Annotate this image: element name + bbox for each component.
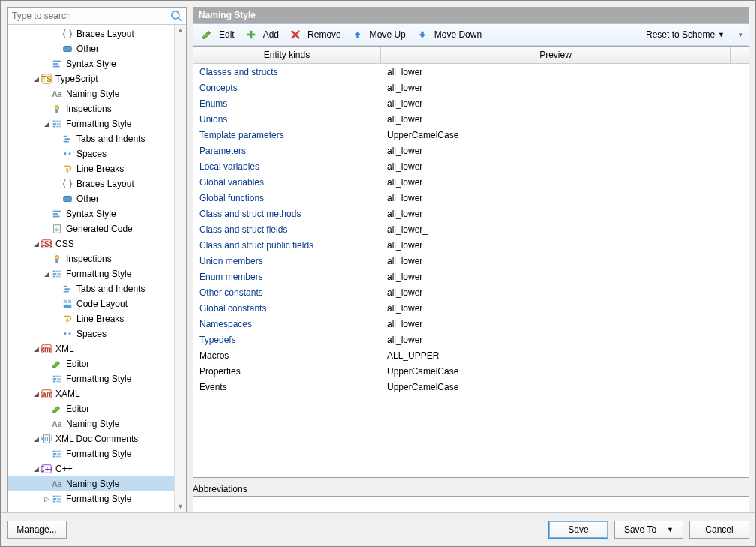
twisty-icon[interactable] [42,89,51,98]
move-up-button[interactable]: Move Up [350,27,407,42]
tree-item[interactable]: Formatting Style [8,446,186,461]
tree-item[interactable]: ◢CSSCSS [8,236,186,251]
tree-item[interactable]: Braces Layout [8,176,186,191]
table-row[interactable]: Classes and structsall_lower [194,64,748,80]
twisty-icon[interactable]: ◢ [32,389,40,398]
twisty-icon[interactable]: ◢ [32,434,40,443]
tree-item[interactable]: ◢xamlXAML [8,386,186,401]
cancel-button[interactable]: Cancel [689,521,749,539]
cell-entity-kind[interactable]: Macros [194,349,381,362]
twisty-icon[interactable] [42,374,51,383]
cell-entity-kind[interactable]: Unions [194,113,381,126]
cell-entity-kind[interactable]: Parameters [194,144,381,158]
table-row[interactable]: Enumsall_lower [194,95,748,111]
table-row[interactable]: Namespacesall_lower [194,316,748,332]
tree-item[interactable]: ◢Formatting Style [8,266,186,281]
twisty-icon[interactable] [42,479,51,488]
scroll-up-icon[interactable]: ▲ [177,26,184,34]
twisty-icon[interactable] [42,104,51,113]
tree-item[interactable]: Line Breaks [8,161,186,176]
tree-item[interactable]: AaNaming Style [8,416,186,431]
twisty-icon[interactable] [52,284,62,293]
tree-item[interactable]: Spaces [8,326,186,341]
table-row[interactable]: Conceptsall_lower [194,80,748,95]
tree-item[interactable]: Syntax Style [8,56,186,71]
cell-entity-kind[interactable]: Namespaces [194,317,381,331]
cell-entity-kind[interactable]: Enums [194,97,381,110]
tree-item[interactable]: Braces Layout [8,26,186,41]
table-row[interactable]: Union membersall_lower [194,253,748,269]
reset-to-scheme-button[interactable]: Reset to Scheme ▼ [644,28,726,41]
tree-item[interactable]: Line Breaks [8,311,186,326]
tree-item[interactable]: Tabs and Indents [8,281,186,296]
save-to-button[interactable]: Save To ▼ [614,521,683,539]
twisty-icon[interactable] [42,449,51,458]
tree-item[interactable]: ◢C++C++ [8,461,186,476]
twisty-icon[interactable] [42,209,51,218]
twisty-icon[interactable] [52,29,62,38]
twisty-icon[interactable] [52,179,62,188]
twisty-icon[interactable] [52,329,62,338]
col-preview[interactable]: Preview [381,47,730,63]
table-row[interactable]: Class and struct fieldsall_lower_ [194,221,748,237]
tree-item[interactable]: Tabs and Indents [8,131,186,146]
cell-entity-kind[interactable]: Global functions [194,191,381,205]
table-row[interactable]: Class and struct public fieldsall_lower [194,237,748,253]
tree-item[interactable]: Other [8,191,186,206]
abbreviations-input[interactable] [193,496,749,512]
tree-item[interactable]: ◢TSTypeScript [8,71,186,86]
table-row[interactable]: Enum membersall_lower [194,269,748,284]
cell-entity-kind[interactable]: Global variables [194,176,381,189]
scrollbar[interactable]: ▲ ▼ [174,25,186,512]
twisty-icon[interactable]: ◢ [42,119,51,128]
twisty-icon[interactable] [52,194,62,203]
add-button[interactable]: Add [244,27,280,42]
tree-item[interactable]: Editor [8,356,186,371]
table-row[interactable]: Local variablesall_lower [194,158,748,174]
table-row[interactable]: MacrosALL_UPPER [194,347,748,363]
tree-item[interactable]: ◢xmlXML [8,341,186,356]
table-row[interactable]: Other constantsall_lower [194,284,748,300]
cell-entity-kind[interactable]: Global constants [194,302,381,315]
cell-entity-kind[interactable]: Properties [194,365,381,378]
table-row[interactable]: Global functionsall_lower [194,190,748,206]
tree-item[interactable]: Editor [8,401,186,416]
tree-item[interactable]: AaNaming Style [8,86,186,101]
cell-entity-kind[interactable]: Class and struct fields [194,223,381,236]
tree[interactable]: Braces LayoutOtherSyntax Style◢TSTypeScr… [8,25,186,512]
cell-entity-kind[interactable]: Template parameters [194,128,381,142]
table-row[interactable]: Parametersall_lower [194,143,748,158]
tree-item[interactable]: Generated Code [8,221,186,236]
table-row[interactable]: Global variablesall_lower [194,174,748,190]
twisty-icon[interactable]: ◢ [32,344,40,353]
scroll-down-icon[interactable]: ▼ [177,503,184,510]
table-row[interactable]: Template parametersUpperCamelCase [194,127,748,143]
remove-button[interactable]: Remove [288,27,343,42]
twisty-icon[interactable] [52,314,62,323]
twisty-icon[interactable] [52,44,62,53]
tree-item[interactable]: Syntax Style [8,206,186,221]
table-row[interactable]: Typedefsall_lower [194,332,748,347]
twisty-icon[interactable] [52,299,62,308]
search-icon[interactable] [170,9,183,23]
search-input[interactable] [8,8,170,24]
twisty-icon[interactable] [42,359,51,368]
twisty-icon[interactable]: ◢ [42,269,51,278]
manage-button[interactable]: Manage... [7,521,67,539]
tree-item[interactable]: Inspections [8,101,186,116]
tree-item[interactable]: ◢Formatting Style [8,116,186,131]
twisty-icon[interactable] [42,254,51,263]
tree-item[interactable]: Code Layout [8,296,186,311]
twisty-icon[interactable]: ◢ [32,74,40,83]
save-button[interactable]: Save [548,521,608,539]
cell-entity-kind[interactable]: Other constants [194,286,381,299]
twisty-icon[interactable] [52,164,62,173]
table-row[interactable]: Class and struct methodsall_lower [194,206,748,221]
overflow-icon[interactable]: ▾ [734,31,742,38]
tree-item[interactable]: AaNaming Style [8,476,186,491]
col-entity-kinds[interactable]: Entity kinds [194,47,381,63]
twisty-icon[interactable] [42,224,51,233]
tree-item[interactable]: Other [8,41,186,56]
twisty-icon[interactable] [52,134,62,143]
table-row[interactable]: PropertiesUpperCamelCase [194,363,748,379]
